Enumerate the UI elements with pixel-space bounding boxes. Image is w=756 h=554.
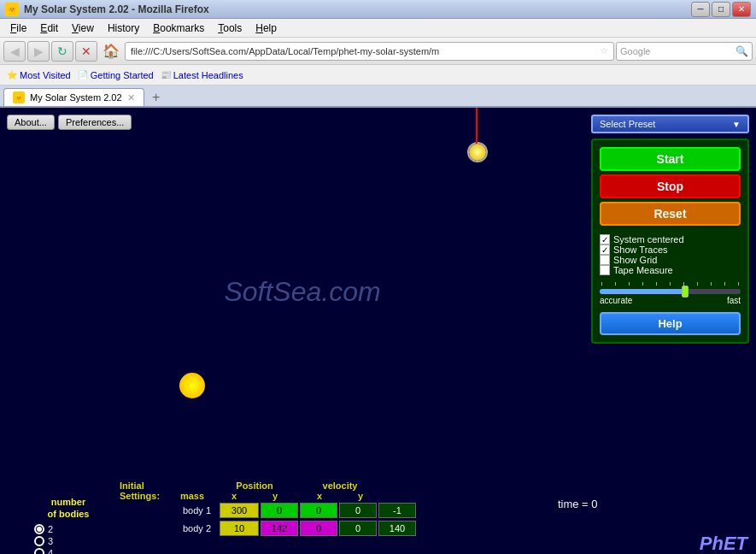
settings-container: numberof bodies 2 3 4 In xyxy=(9,480,747,554)
bookmark-label: Getting Started xyxy=(91,70,154,80)
show-traces-row[interactable]: Show Traces xyxy=(600,245,741,255)
forward-button[interactable]: ▶ xyxy=(27,41,50,62)
maximize-button[interactable]: □ xyxy=(712,2,730,17)
close-button[interactable]: ✕ xyxy=(732,2,751,17)
app-top-buttons: About... Preferences... xyxy=(7,115,132,130)
new-tab-button[interactable]: + xyxy=(148,90,165,105)
velocity-header: velocity x y xyxy=(299,480,381,501)
browser-tab[interactable]: 🌞 My Solar System 2.02 ✕ xyxy=(3,88,144,106)
about-button[interactable]: About... xyxy=(7,115,55,130)
time-area: time = 0 xyxy=(425,480,731,510)
chevron-down-icon: ▼ xyxy=(732,120,741,129)
page-icon: 📄 xyxy=(78,70,88,80)
tape-measure-label: Tape Measure xyxy=(613,265,673,275)
speed-thumb[interactable] xyxy=(682,286,689,298)
bookmark-most-visited[interactable]: ⭐ Most Visited xyxy=(7,70,71,80)
refresh-button[interactable]: ↻ xyxy=(51,41,73,62)
menu-file[interactable]: File xyxy=(3,21,33,36)
body1-posy[interactable] xyxy=(300,503,337,518)
sun-body xyxy=(179,373,205,398)
tab-bar: 🌞 My Solar System 2.02 ✕ + xyxy=(0,85,756,108)
radio-4[interactable]: 4 xyxy=(34,548,120,554)
initial-settings-label: Initial Settings: xyxy=(120,480,171,501)
bookmark-label: Latest Headlines xyxy=(173,70,243,80)
control-panel: Select Preset ▼ Start Stop Reset System … xyxy=(591,115,749,344)
tab-label: My Solar System 2.02 xyxy=(30,92,122,103)
feed-icon: 📰 xyxy=(161,70,171,80)
nav-bar: ◀ ▶ ↻ ✕ 🏠 file:///C:/Users/SoftSea.com/A… xyxy=(0,38,756,65)
body2-mass[interactable] xyxy=(220,521,259,536)
radio-3-dot[interactable] xyxy=(34,536,44,546)
preset-dropdown[interactable]: Select Preset ▼ xyxy=(591,115,749,133)
address-bar[interactable]: file:///C:/Users/SoftSea.com/AppData/Loc… xyxy=(125,42,614,61)
stop-button-app[interactable]: Stop xyxy=(600,174,741,198)
menu-bookmarks[interactable]: Bookmarks xyxy=(146,21,211,36)
address-text: file:///C:/Users/SoftSea.com/AppData/Loc… xyxy=(131,46,596,56)
speed-fill xyxy=(600,289,684,294)
body2-vely[interactable] xyxy=(378,521,416,536)
home-button[interactable]: 🏠 xyxy=(99,43,123,59)
bookmark-getting-started[interactable]: 📄 Getting Started xyxy=(78,70,154,80)
system-centered-row[interactable]: System centered xyxy=(600,234,741,245)
watermark: SoftSea.com xyxy=(224,276,380,308)
body1-velx[interactable] xyxy=(339,503,377,518)
tab-close-icon[interactable]: ✕ xyxy=(127,92,135,103)
minimize-button[interactable]: ─ xyxy=(691,2,710,17)
body1-mass[interactable] xyxy=(220,503,259,518)
radio-3-label: 3 xyxy=(48,536,53,546)
bookmark-latest-headlines[interactable]: 📰 Latest Headlines xyxy=(161,70,243,80)
menu-view[interactable]: View xyxy=(65,21,101,36)
checkboxes: System centered Show Traces Show Grid Ta… xyxy=(600,234,741,275)
menu-tools[interactable]: Tools xyxy=(211,21,249,36)
preset-label: Select Preset xyxy=(600,119,655,129)
menu-help[interactable]: Help xyxy=(249,21,284,36)
radio-4-dot[interactable] xyxy=(34,548,44,554)
velocity-arrow xyxy=(476,108,478,144)
stop-button[interactable]: ✕ xyxy=(75,41,97,62)
system-centered-checkbox[interactable] xyxy=(600,234,610,245)
bodies-options: 2 3 4 xyxy=(17,524,120,554)
show-traces-checkbox[interactable] xyxy=(600,245,610,255)
body1-vely[interactable] xyxy=(378,503,416,518)
body1-row: body 1 xyxy=(120,503,425,518)
body2-posx[interactable] xyxy=(261,521,298,536)
speed-slider[interactable] xyxy=(600,289,741,294)
settings-headers: Initial Settings: mass Position x y velo… xyxy=(120,480,425,501)
planet-circle xyxy=(467,142,488,162)
menu-edit[interactable]: Edit xyxy=(33,21,65,36)
preferences-button[interactable]: Preferences... xyxy=(58,115,132,130)
radio-2[interactable]: 2 xyxy=(34,524,120,534)
radio-2-dot[interactable] xyxy=(34,524,44,534)
search-icon[interactable]: 🔍 xyxy=(735,45,748,57)
body1-posx[interactable] xyxy=(261,503,298,518)
start-button[interactable]: Start xyxy=(600,147,741,171)
position-header: Position x y xyxy=(214,480,296,501)
system-centered-label: System centered xyxy=(613,234,684,245)
help-button[interactable]: Help xyxy=(600,312,741,335)
body2-row: body 2 xyxy=(120,521,425,536)
speed-accurate-label: accurate xyxy=(600,296,632,305)
back-button[interactable]: ◀ xyxy=(3,41,26,62)
tape-measure-row[interactable]: Tape Measure xyxy=(600,265,741,275)
body2-posy[interactable] xyxy=(300,521,337,536)
search-bar[interactable]: Google 🔍 xyxy=(616,42,753,61)
speed-ticks xyxy=(600,282,741,286)
radio-2-label: 2 xyxy=(48,524,53,534)
tab-favicon: 🌞 xyxy=(13,91,25,103)
phet-area: PhET xyxy=(730,480,747,506)
speed-labels: accurate fast xyxy=(600,296,741,305)
body1-label: body 1 xyxy=(120,505,218,516)
tape-measure-checkbox[interactable] xyxy=(600,265,610,275)
menu-history[interactable]: History xyxy=(101,21,146,36)
body2-velx[interactable] xyxy=(339,521,377,536)
radio-3[interactable]: 3 xyxy=(34,536,120,546)
bookmark-star[interactable]: ☆ xyxy=(600,45,608,56)
menu-bar: File Edit View History Bookmarks Tools H… xyxy=(0,19,756,38)
bookmark-icon: ⭐ xyxy=(7,70,17,80)
reset-button[interactable]: Reset xyxy=(600,202,741,226)
show-grid-checkbox[interactable] xyxy=(600,255,610,265)
radio-4-label: 4 xyxy=(48,548,53,554)
title-bar: 🌞 My Solar System 2.02 - Mozilla Firefox… xyxy=(0,0,756,19)
app-icon: 🌞 xyxy=(5,3,19,16)
show-grid-row[interactable]: Show Grid xyxy=(600,255,741,265)
